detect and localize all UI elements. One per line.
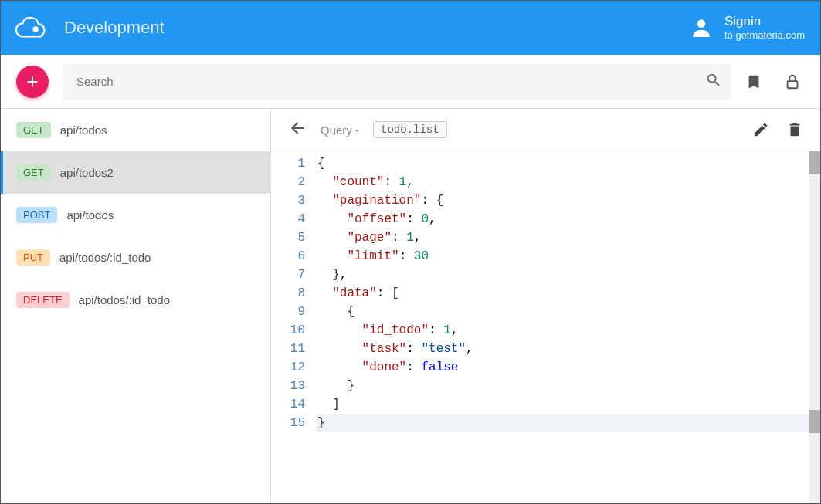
sidebar: GETapi/todosGETapi/todos2POSTapi/todosPU… (1, 109, 271, 503)
signin-title: Signin (724, 14, 805, 29)
add-button[interactable] (16, 66, 49, 98)
edit-icon[interactable] (752, 121, 769, 138)
gutter: 123456789101112131415 (271, 151, 317, 503)
search-box (63, 64, 731, 100)
signin-block[interactable]: Signin to getmateria.com (724, 14, 805, 42)
endpoint-item[interactable]: PUTapi/todos/:id_todo (1, 236, 270, 279)
scrollbar[interactable] (809, 151, 820, 503)
header-left: Development (10, 12, 165, 43)
query-name: todo.list (373, 121, 447, 138)
cloud-icon (10, 12, 53, 43)
header-right: Signin to getmateria.com (687, 14, 805, 42)
svg-rect-2 (788, 81, 798, 88)
method-badge: DELETE (16, 292, 70, 308)
endpoint-item[interactable]: POSTapi/todos (1, 194, 270, 236)
bookmark-icon[interactable] (745, 73, 762, 90)
code-editor[interactable]: 123456789101112131415 { "count": 1, "pag… (271, 151, 820, 503)
signin-subtitle: to getmateria.com (724, 29, 805, 42)
lock-icon[interactable] (784, 73, 801, 90)
endpoint-path: api/todos (60, 123, 107, 137)
content-header: Query - todo.list (271, 109, 820, 151)
method-badge: GET (16, 122, 51, 138)
content: Query - todo.list 123456789101112131415 … (271, 109, 820, 503)
endpoint-item[interactable]: GETapi/todos2 (1, 151, 270, 194)
code-area[interactable]: { "count": 1, "pagination": { "offset": … (317, 151, 820, 503)
method-badge: POST (16, 207, 57, 223)
back-button[interactable] (288, 119, 307, 140)
endpoint-item[interactable]: DELETEapi/todos/:id_todo (1, 279, 270, 321)
scrollbar-thumb[interactable] (809, 151, 820, 174)
toolbar-icons (745, 73, 801, 90)
scrollbar-thumb[interactable] (809, 410, 820, 433)
query-label: Query - (321, 123, 359, 137)
endpoint-item[interactable]: GETapi/todos (1, 109, 270, 151)
search-icon[interactable] (705, 72, 722, 92)
method-badge: GET (16, 164, 51, 181)
svg-point-1 (697, 19, 706, 28)
app-header: Development Signin to getmateria.com (1, 1, 820, 55)
delete-icon[interactable] (786, 121, 803, 138)
endpoint-path: api/todos/:id_todo (79, 293, 170, 306)
endpoint-path: api/todos (66, 208, 114, 222)
environment-label: Development (64, 18, 165, 38)
method-badge: PUT (16, 249, 50, 266)
endpoint-path: api/todos2 (60, 166, 114, 179)
search-input[interactable] (63, 64, 731, 100)
svg-point-0 (32, 26, 39, 32)
user-icon[interactable] (687, 14, 715, 42)
endpoint-path: api/todos/:id_todo (59, 251, 151, 264)
toolbar (1, 55, 820, 109)
main: GETapi/todosGETapi/todos2POSTapi/todosPU… (1, 109, 820, 503)
content-actions (752, 121, 803, 138)
